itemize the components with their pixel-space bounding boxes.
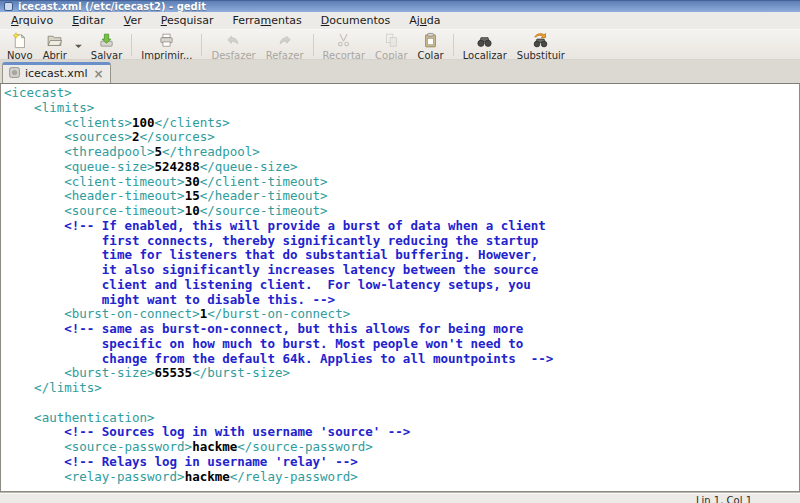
open-folder-icon xyxy=(46,32,63,49)
menu-arquivo[interactable]: Arquivo xyxy=(3,12,61,29)
new-document-icon xyxy=(11,32,28,49)
code-line: <!-- Relays log in username 'relay' --> xyxy=(4,455,799,470)
menu-editar[interactable]: Editar xyxy=(64,12,113,29)
refazer-button[interactable]: Refazer xyxy=(261,31,309,59)
desfazer-button[interactable]: Desfazer xyxy=(206,31,260,59)
undo-icon xyxy=(225,32,242,49)
recortar-button[interactable]: Recortar xyxy=(318,31,371,59)
toolbar-separator xyxy=(313,34,314,56)
menu-ver[interactable]: Ver xyxy=(116,12,150,29)
chevron-down-icon xyxy=(74,37,83,54)
localizar-button[interactable]: Localizar xyxy=(458,31,512,59)
code-line: might want to disable this. --> xyxy=(4,293,799,308)
replace-icon xyxy=(532,32,549,49)
menu-documentos[interactable]: Documentos xyxy=(313,12,398,29)
paste-icon xyxy=(422,32,439,49)
code-line: it also significantly increases latency … xyxy=(4,263,799,278)
code-line: </limits> xyxy=(4,381,799,396)
copy-icon xyxy=(383,32,400,49)
title-bar[interactable]: icecast.xml (/etc/icecast2) - gedit xyxy=(0,0,800,12)
copiar-button[interactable]: Copiar xyxy=(370,31,412,59)
code-line: <burst-on-connect>1</burst-on-connect> xyxy=(4,307,799,322)
code-line: time for listeners that do substantial b… xyxy=(4,248,799,263)
cursor-position-label: Lin 1, Col 1 xyxy=(696,495,752,503)
code-line xyxy=(4,396,799,411)
toolbar-separator xyxy=(131,34,132,56)
code-line: <sources>2</sources> xyxy=(4,130,799,145)
window-title: icecast.xml (/etc/icecast2) - gedit xyxy=(18,1,206,12)
code-line: first connects, thereby significantly re… xyxy=(4,234,799,249)
tab-bar: icecast.xml× xyxy=(0,60,800,83)
code-area[interactable]: <icecast> <limits> <clients>100</clients… xyxy=(1,84,799,484)
substituir-button[interactable]: Substituir xyxy=(512,31,570,59)
tab-icecast.xml[interactable]: icecast.xml× xyxy=(2,62,111,83)
abrir-button[interactable]: Abrir xyxy=(38,31,72,59)
code-line: <relay-password>hackme</relay-password> xyxy=(4,470,799,485)
document-icon xyxy=(8,66,21,82)
print-icon xyxy=(158,32,175,49)
tab-label: icecast.xml xyxy=(25,67,87,80)
save-icon xyxy=(98,32,115,49)
salvar-button[interactable]: Salvar xyxy=(86,31,127,59)
code-line: <burst-size>65535</burst-size> xyxy=(4,366,799,381)
gedit-window: icecast.xml (/etc/icecast2) - gedit Arqu… xyxy=(0,0,800,503)
status-bar: Lin 1, Col 1 xyxy=(0,492,800,503)
menu-pesquisar[interactable]: Pesquisar xyxy=(153,12,222,29)
cut-icon xyxy=(335,32,352,49)
code-line: <header-timeout>15</header-timeout> xyxy=(4,189,799,204)
code-line: <threadpool>5</threadpool> xyxy=(4,145,799,160)
code-line: <source-password>hackme</source-password… xyxy=(4,440,799,455)
code-line: <client-timeout>30</client-timeout> xyxy=(4,175,799,190)
close-icon[interactable]: × xyxy=(91,68,105,80)
code-line: <!-- Sources log in with username 'sourc… xyxy=(4,425,799,440)
code-line: change from the default 64k. Applies to … xyxy=(4,352,799,367)
menu-ajuda[interactable]: Ajuda xyxy=(401,12,448,29)
code-line: <limits> xyxy=(4,101,799,116)
menu-ferramentas[interactable]: Ferramentas xyxy=(224,12,309,29)
text-editor[interactable]: <icecast> <limits> <clients>100</clients… xyxy=(0,83,800,492)
toolbar: NovoAbrirSalvarImprimir...DesfazerRefaze… xyxy=(0,29,800,60)
redo-icon xyxy=(276,32,293,49)
code-line: <queue-size>524288</queue-size> xyxy=(4,160,799,175)
abrir-dropdown-button[interactable] xyxy=(72,31,86,59)
code-line: <!-- same as burst-on-connect, but this … xyxy=(4,322,799,337)
code-line: <!-- If enabled, this will provide a bur… xyxy=(4,219,799,234)
colar-button[interactable]: Colar xyxy=(413,31,449,59)
code-line: <icecast> xyxy=(4,86,799,101)
code-line: <clients>100</clients> xyxy=(4,116,799,131)
gedit-window-icon xyxy=(4,2,13,11)
code-line: <authentication> xyxy=(4,411,799,426)
imprimir-button[interactable]: Imprimir... xyxy=(136,31,197,59)
menu-bar: ArquivoEditarVerPesquisarFerramentasDocu… xyxy=(0,12,800,29)
code-line: client and listening client. For low-lat… xyxy=(4,278,799,293)
find-icon xyxy=(476,32,493,49)
code-line: <source-timeout>10</source-timeout> xyxy=(4,204,799,219)
novo-button[interactable]: Novo xyxy=(2,31,38,59)
toolbar-separator xyxy=(453,34,454,56)
code-line: specific on how much to burst. Most peop… xyxy=(4,337,799,352)
toolbar-separator xyxy=(201,34,202,56)
